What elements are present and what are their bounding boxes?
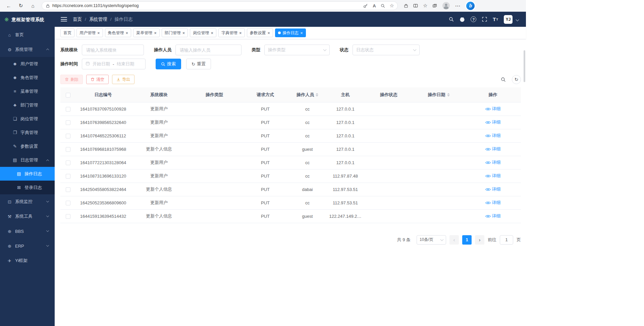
scrollbar-thumb[interactable] [524,50,525,82]
tab-close-icon[interactable]: × [268,31,270,35]
collections-icon[interactable] [432,3,437,8]
tab-post-management[interactable]: 岗位管理 × [190,28,216,37]
tab-close-icon[interactable]: × [211,31,213,35]
sidebar-item-system-tools[interactable]: ⚒ 系统工具 [0,209,55,224]
font-size-icon[interactable]: TT [493,16,498,22]
row-checkbox[interactable] [66,214,70,219]
sidebar-item-post-management[interactable]: ❏ 岗位管理 [0,112,55,126]
tab-user-management[interactable]: 用户管理 × [76,28,103,37]
column-header-operation-date[interactable]: 操作日期 [413,87,465,102]
show-search-icon[interactable] [499,75,508,84]
sidebar-item-param-settings[interactable]: ✎ 参数设置 [0,139,55,153]
daterange-picker[interactable]: 开始日期 - 结束日期 [82,59,146,69]
bing-icon[interactable]: b [466,2,475,10]
detail-link[interactable]: 详细 [485,200,501,206]
sidebar-item-bbs[interactable]: ⊕ BBS [0,224,55,239]
status-select[interactable]: 日志状态 [353,45,420,55]
column-header-operator[interactable]: 操作人员 [289,87,326,102]
select-all-checkbox[interactable] [66,93,70,97]
tab-close-icon[interactable]: × [154,31,157,35]
row-checkbox[interactable] [66,147,70,152]
tab-close-icon[interactable]: × [239,31,242,35]
zoom-icon[interactable] [381,4,385,8]
row-checkbox[interactable] [66,201,70,205]
page-size-select[interactable]: 10条/页 [417,235,446,245]
detail-link[interactable]: 详细 [485,119,501,125]
add-favorite-icon[interactable]: ☆ [390,3,394,9]
sidebar-item-system-management[interactable]: ⚙ 系统管理 [0,42,55,57]
sidebar-item-login-log[interactable]: ⊠ 登录日志 [0,181,55,194]
eye-icon [485,174,491,178]
type-select[interactable]: 操作类型 [264,45,330,55]
github-icon[interactable] [460,17,465,22]
tab-role-management[interactable]: 角色管理 × [105,28,131,37]
collapse-sidebar-icon[interactable] [61,17,67,21]
tab-close-icon[interactable]: × [97,31,100,35]
row-checkbox[interactable] [66,160,70,165]
export-button[interactable]: 导出 [112,75,135,84]
prev-page-button[interactable]: ‹ [449,235,459,245]
sidebar-item-role-management[interactable]: ☻ 角色管理 [0,71,55,84]
tab-home[interactable]: 首页 [60,28,74,37]
tab-dept-management[interactable]: 部门管理 × [162,28,188,37]
search-icon[interactable] [449,17,454,22]
user-logo-badge[interactable]: YJ [504,15,513,24]
profile-avatar[interactable] [442,2,450,10]
row-checkbox[interactable] [66,120,70,125]
sidebar-item-erp[interactable]: ⊕ ERP [0,239,55,253]
detail-link[interactable]: 详细 [485,146,501,152]
help-icon[interactable]: ? [471,16,476,22]
sidebar-item-dict-management[interactable]: ❐ 字典管理 [0,126,55,139]
home-icon[interactable]: ⌂ [28,1,38,10]
row-checkbox[interactable] [66,187,70,192]
sidebar-item-yi-frame[interactable]: ✈ Yi框架 [0,253,55,268]
sidebar-item-system-monitor[interactable]: ⊡ 系统监控 [0,194,55,209]
sidebar-item-log-management[interactable]: ▤ 日志管理 [0,153,55,167]
address-bar[interactable]: https://ccnetcore.com:1101/system/log/op… [42,1,398,10]
tab-dict-management[interactable]: 字典管理 × [218,28,245,37]
read-aloud-icon[interactable]: A [373,3,376,8]
split-screen-icon[interactable] [413,3,418,8]
tab-operation-log[interactable]: 操作日志 × [275,28,306,37]
search-button[interactable]: 搜索 [156,59,181,69]
row-checkbox[interactable] [66,134,70,138]
operator-input[interactable] [175,45,241,55]
reset-button[interactable]: ↻ 重置 [186,59,211,69]
clear-button[interactable]: 清空 [86,75,109,84]
detail-link[interactable]: 详细 [485,213,501,219]
detail-link[interactable]: 详细 [485,133,501,139]
back-icon[interactable]: ← [4,1,13,10]
row-checkbox[interactable] [66,174,70,179]
breadcrumb-home[interactable]: 首页 [73,16,82,22]
sidebar-item-operation-log[interactable]: ▤ 操作日志 [0,167,55,181]
refresh-table-icon[interactable]: ↻ [512,75,521,84]
tab-close-icon[interactable]: × [300,31,303,35]
chevron-down-icon[interactable] [516,18,519,21]
goto-page-input[interactable] [500,235,513,245]
tab-close-icon[interactable]: × [126,31,128,35]
breadcrumb-system[interactable]: 系统管理 [89,16,107,22]
extensions-icon[interactable] [404,4,408,8]
next-page-button[interactable]: › [475,235,484,245]
sidebar-item-user-management[interactable]: ☻ 用户管理 [0,57,55,71]
app-logo[interactable]: ❋ 意框架管理系统 [0,12,55,27]
detail-link[interactable]: 详细 [485,173,501,179]
detail-link[interactable]: 详细 [485,106,501,112]
tab-close-icon[interactable]: × [182,31,185,35]
row-checkbox[interactable] [66,107,70,112]
module-input[interactable] [82,45,144,55]
fullscreen-icon[interactable] [482,17,487,22]
delete-button[interactable]: 删除 [60,75,83,84]
favorites-icon[interactable]: ☆ [423,3,427,9]
detail-link[interactable]: 详细 [485,159,501,166]
more-options-icon[interactable]: ··· [455,3,461,8]
page-1-button[interactable]: 1 [462,235,472,245]
sidebar-item-home[interactable]: ⌂ 首页 [0,27,55,42]
sidebar-item-dept-management[interactable]: ♣ 部门管理 [0,98,55,112]
detail-link[interactable]: 详细 [485,186,501,192]
sidebar-item-menu-management[interactable]: ≡ 菜单管理 [0,84,55,98]
refresh-icon[interactable]: ↻ [16,1,25,10]
tab-menu-management[interactable]: 菜单管理 × [133,28,160,37]
tab-param-settings[interactable]: 参数设置 × [247,28,273,37]
password-key-icon[interactable] [363,3,368,8]
